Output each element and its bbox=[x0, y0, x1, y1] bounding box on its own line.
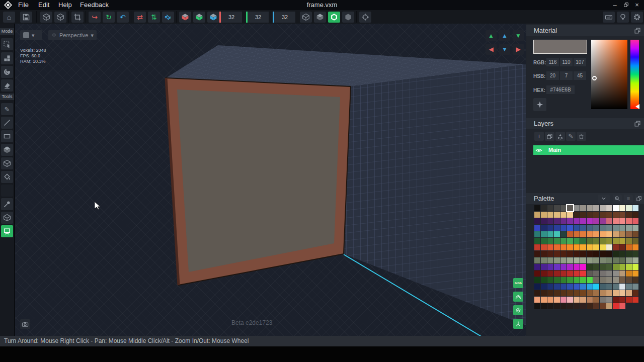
shortcuts-button[interactable] bbox=[603, 12, 615, 23]
delete-layer-button[interactable] bbox=[577, 132, 586, 141]
palette-swatch[interactable] bbox=[626, 238, 632, 244]
palette-swatch[interactable] bbox=[554, 277, 560, 283]
wireframe-toggle-button[interactable] bbox=[300, 12, 312, 23]
palette-swatch[interactable] bbox=[606, 297, 612, 303]
palette-swatch[interactable] bbox=[613, 231, 619, 237]
rotate-z-button[interactable]: ↶ bbox=[117, 12, 129, 23]
palette-swatch[interactable] bbox=[541, 284, 547, 290]
hue-slider-handle[interactable] bbox=[635, 104, 639, 109]
palette-swatch[interactable] bbox=[534, 264, 540, 270]
palette-swatch[interactable] bbox=[547, 277, 553, 283]
mode-select-button[interactable] bbox=[1, 38, 13, 50]
palette-swatch[interactable] bbox=[547, 270, 553, 277]
export-model-button[interactable] bbox=[54, 12, 66, 23]
palette-swatch[interactable] bbox=[554, 297, 560, 303]
palette-swatch[interactable] bbox=[554, 264, 560, 270]
palette-swatch[interactable] bbox=[560, 290, 567, 296]
palette-swatch[interactable] bbox=[613, 303, 619, 309]
palette-swatch[interactable] bbox=[534, 284, 540, 290]
palette-swatch[interactable] bbox=[554, 303, 560, 309]
palette-swatch[interactable] bbox=[560, 225, 567, 231]
palette-swatch[interactable] bbox=[534, 290, 540, 296]
palette-swatch[interactable] bbox=[613, 257, 619, 263]
palette-swatch[interactable] bbox=[600, 264, 606, 270]
palette-swatch[interactable] bbox=[574, 212, 580, 218]
palette-swatch[interactable] bbox=[600, 212, 606, 218]
palette-swatch[interactable] bbox=[619, 264, 625, 270]
palette-swatch[interactable] bbox=[554, 270, 560, 277]
saturation-brightness-field[interactable] bbox=[591, 40, 627, 109]
orbit-up-left-button[interactable]: ▲ bbox=[486, 30, 497, 41]
rotate-y-button[interactable]: ↻ bbox=[103, 12, 115, 23]
mode-model-button[interactable] bbox=[1, 52, 13, 64]
palette-swatch[interactable] bbox=[554, 284, 560, 290]
palette-swatch[interactable] bbox=[619, 212, 625, 218]
palette-swatch[interactable] bbox=[574, 303, 580, 309]
palette-swatch[interactable] bbox=[606, 218, 612, 224]
palette-swatch[interactable] bbox=[632, 212, 638, 218]
palette-swatch[interactable] bbox=[600, 251, 606, 257]
add-material-button[interactable] bbox=[533, 98, 546, 111]
palette-swatch[interactable] bbox=[600, 257, 606, 263]
palette-swatch[interactable] bbox=[541, 244, 547, 250]
palette-swatch[interactable] bbox=[632, 290, 638, 296]
palette-swatch[interactable] bbox=[541, 251, 547, 257]
palette-swatch[interactable] bbox=[580, 225, 586, 231]
tips-button[interactable] bbox=[617, 12, 629, 23]
palette-swatch[interactable] bbox=[567, 270, 573, 277]
palette-swatch[interactable] bbox=[593, 251, 599, 257]
palette-swatch[interactable] bbox=[574, 277, 580, 283]
save-button[interactable] bbox=[20, 12, 32, 23]
palette-swatch[interactable] bbox=[632, 277, 638, 283]
palette-swatch[interactable] bbox=[587, 212, 593, 218]
palette-swatch[interactable] bbox=[626, 270, 632, 277]
palette-swatch[interactable] bbox=[619, 205, 625, 211]
palette-swatch[interactable] bbox=[547, 284, 553, 290]
palette-swatch[interactable] bbox=[541, 303, 547, 309]
palette-swatch[interactable] bbox=[534, 251, 540, 257]
palette-swatch[interactable] bbox=[587, 303, 593, 309]
palette-swatch[interactable] bbox=[567, 257, 573, 263]
palette-swatch[interactable] bbox=[600, 277, 606, 283]
hex-field[interactable]: #746E6B bbox=[546, 85, 575, 94]
palette-swatch[interactable] bbox=[632, 270, 638, 277]
palette-swatch[interactable] bbox=[606, 244, 612, 250]
palette-swatch[interactable] bbox=[600, 231, 606, 237]
palette-swatch[interactable] bbox=[606, 270, 612, 277]
palette-swatch[interactable] bbox=[626, 257, 632, 263]
tool-line-button[interactable] bbox=[1, 117, 13, 129]
palette-swatch[interactable] bbox=[567, 264, 573, 270]
mirror-x-button[interactable] bbox=[179, 12, 191, 23]
palette-swatch[interactable] bbox=[626, 225, 632, 231]
grid-size-x-input[interactable] bbox=[221, 12, 242, 23]
palette-swatch[interactable] bbox=[613, 277, 619, 283]
palette-swatch[interactable] bbox=[541, 264, 547, 270]
home-button[interactable]: ⌂ bbox=[3, 12, 15, 23]
palette-swatch[interactable] bbox=[560, 264, 567, 270]
palette-swatch[interactable] bbox=[580, 244, 586, 250]
palette-swatch[interactable] bbox=[541, 231, 547, 237]
palette-swatch[interactable] bbox=[593, 270, 599, 277]
palette-swatch[interactable] bbox=[534, 225, 540, 231]
popout-panel-icon[interactable] bbox=[634, 27, 641, 34]
palette-swatch[interactable] bbox=[606, 264, 612, 270]
palette-swatch[interactable] bbox=[560, 244, 567, 250]
rotate-x-button[interactable]: ↪ bbox=[89, 12, 101, 23]
palette-swatch[interactable] bbox=[554, 251, 560, 257]
resize-canvas-button[interactable] bbox=[71, 12, 84, 23]
palette-swatch[interactable] bbox=[541, 212, 547, 218]
rgb-b-field[interactable]: 107 bbox=[574, 58, 586, 66]
palette-swatch[interactable] bbox=[606, 290, 612, 296]
palette-swatch[interactable] bbox=[541, 225, 547, 231]
rgb-r-field[interactable]: 116 bbox=[546, 58, 559, 66]
palette-swatch[interactable] bbox=[534, 277, 540, 283]
palette-swatch[interactable] bbox=[580, 212, 586, 218]
palette-swatch[interactable] bbox=[560, 303, 567, 309]
palette-swatch[interactable] bbox=[574, 257, 580, 263]
screenshot-button[interactable] bbox=[20, 319, 30, 329]
palette-swatch[interactable] bbox=[541, 290, 547, 296]
palette-swatch[interactable] bbox=[534, 303, 540, 309]
palette-swatch[interactable] bbox=[626, 264, 632, 270]
sb-picker-handle[interactable] bbox=[592, 76, 597, 80]
palette-swatch[interactable] bbox=[567, 231, 573, 237]
